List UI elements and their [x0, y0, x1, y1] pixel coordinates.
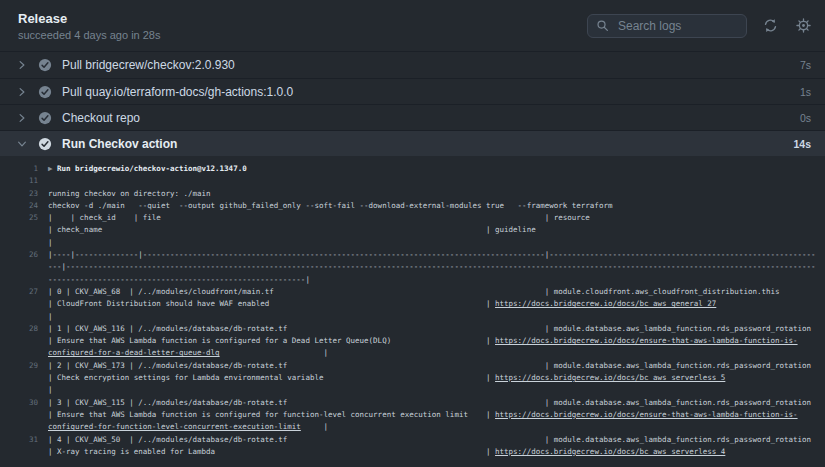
run-header-left: Release succeeded 4 days ago in 28s [18, 11, 161, 41]
log-line: | [0, 237, 825, 249]
line-number[interactable]: 29 [0, 360, 48, 372]
log-text: | check_name [48, 225, 102, 234]
log-settings-button[interactable] [796, 18, 811, 33]
chevron-right-icon[interactable] [16, 59, 34, 71]
line-number[interactable] [0, 409, 48, 421]
chevron-right-icon[interactable] [16, 86, 34, 98]
log-line: 1 ▶ Run bridgecrewio/checkov-action@v12.… [0, 163, 825, 175]
line-number[interactable]: 24 [0, 200, 48, 212]
log-line: | [0, 311, 825, 323]
log-link[interactable]: https://docs.bridgecrew.io/docs/ensure-t… [495, 410, 798, 419]
log-text: | [323, 422, 328, 431]
line-number[interactable] [0, 224, 48, 236]
log-text: | CloudFront Distribution should have WA… [48, 299, 269, 308]
log-link[interactable]: configured-for-a-dead-letter-queue-dlq [48, 348, 220, 357]
workflow-log-page: { "colors": { "page_bg": "#24292f", "exp… [0, 0, 825, 467]
log-text: |----|--------------| [48, 250, 143, 259]
log-line-content: configured-for-function-level-concurrent… [48, 421, 825, 433]
log-line: 25 | | check_id | file | resource [0, 212, 825, 224]
step-row[interactable]: Pull bridgecrew/checkov:2.0.930 7s [0, 52, 825, 78]
run-status-summary: succeeded 4 days ago in 28s [18, 29, 161, 41]
chevron-down-icon[interactable] [16, 138, 34, 150]
line-number[interactable]: 11 [0, 175, 48, 187]
line-number[interactable] [0, 274, 48, 286]
log-line-content: | CloudFront Distribution should have WA… [48, 298, 825, 310]
refresh-logs-button[interactable] [763, 18, 778, 33]
log-line-content: | Check encryption settings for Lambda e… [48, 372, 825, 384]
line-number[interactable]: 28 [0, 323, 48, 335]
log-line-content: | 3 | CKV_AWS_115 | /../modules/database… [48, 397, 825, 409]
line-number[interactable] [0, 446, 48, 458]
step-row[interactable]: Pull quay.io/terraform-docs/gh-actions:1… [0, 78, 825, 104]
log-text: | [486, 410, 495, 419]
log-text: | 3 | CKV_AWS_115 | /../modules/database… [48, 398, 287, 407]
step-duration: 14s [793, 138, 815, 150]
log-text: | guideline [486, 225, 536, 234]
line-number[interactable]: 25 [0, 212, 48, 224]
line-number[interactable]: 1 [0, 163, 48, 175]
log-line-content: | [48, 237, 825, 249]
line-number[interactable]: 27 [0, 286, 48, 298]
log-text: | [486, 299, 495, 308]
run-header: Release succeeded 4 days ago in 28s [0, 0, 825, 52]
line-number[interactable] [0, 237, 48, 249]
log-text: | [486, 447, 495, 456]
log-line: configured-for-function-level-concurrent… [0, 421, 825, 433]
log-link[interactable]: configured-for-function-level-concurrent… [48, 422, 301, 431]
log-text: | 2 | CKV_AWS_173 | /../modules/database… [48, 361, 287, 370]
step-row[interactable]: Checkout repo 0s [0, 104, 825, 130]
log-line-content: | [48, 311, 825, 323]
check-circle-icon [38, 137, 52, 151]
line-number[interactable] [0, 311, 48, 323]
log-line-content: |----|--------------|-------------------… [48, 249, 825, 261]
log-line: ----------------------------------------… [0, 274, 825, 286]
step-label: Pull quay.io/terraform-docs/gh-actions:1… [62, 85, 293, 99]
log-line-content: | check_name | guideline [48, 224, 825, 236]
log-text: | module.database.aws_lambda_function.rd… [545, 361, 811, 370]
log-line: 27 | 0 | CKV_AWS_68 | /../modules/cloudf… [0, 286, 825, 298]
log-link[interactable]: https://docs.bridgecrew.io/docs/ensure-t… [495, 336, 798, 345]
log-line-content: configured-for-a-dead-letter-queue-dlq | [48, 347, 825, 359]
log-line: | Check encryption settings for Lambda e… [0, 372, 825, 384]
log-line-content: running checkov on directory: ./main [48, 188, 825, 200]
step-label: Run Checkov action [62, 137, 177, 151]
search-input[interactable] [616, 18, 738, 34]
log-text: | module.database.aws_lambda_function.rd… [545, 398, 811, 407]
line-number[interactable]: 23 [0, 188, 48, 200]
step-row[interactable]: Run Checkov action 14s [0, 130, 825, 156]
line-number[interactable] [0, 261, 48, 273]
log-text: | resource [545, 213, 590, 222]
log-text: | 1 | CKV_AWS_116 | /../modules/database… [48, 324, 287, 333]
log-link[interactable]: https://docs.bridgecrew.io/docs/bc_aws_s… [495, 373, 725, 382]
line-number[interactable]: 31 [0, 434, 48, 446]
log-text: | [305, 275, 310, 284]
line-number[interactable] [0, 347, 48, 359]
search-box[interactable] [587, 14, 747, 38]
log-line-content [48, 175, 825, 187]
log-line: 24 checkov -d ./main --quiet --output gi… [0, 200, 825, 212]
log-line: 29 | 2 | CKV_AWS_173 | /../modules/datab… [0, 360, 825, 372]
log-line-content: | [48, 384, 825, 396]
log-line-content: | 4 | CKV_AWS_50 | /../modules/database/… [48, 434, 825, 446]
log-link[interactable]: https://docs.bridgecrew.io/docs/bc_aws_g… [495, 299, 716, 308]
search-icon [596, 19, 609, 32]
log-link[interactable]: https://docs.bridgecrew.io/docs/bc_aws_s… [495, 447, 725, 456]
chevron-right-icon[interactable] [16, 112, 34, 124]
log-line: 11 [0, 175, 825, 187]
sync-icon [763, 18, 778, 33]
log-text: ----------------------------------------… [48, 275, 305, 284]
log-line-content: | Ensure that AWS Lambda function is con… [48, 409, 825, 421]
log-text: | 0 | CKV_AWS_68 | /../modules/cloudfron… [48, 287, 274, 296]
line-number[interactable]: 30 [0, 397, 48, 409]
line-number[interactable] [0, 384, 48, 396]
log-line: 30 | 3 | CKV_AWS_115 | /../modules/datab… [0, 397, 825, 409]
line-number[interactable] [0, 335, 48, 347]
line-number[interactable] [0, 372, 48, 384]
line-number[interactable] [0, 421, 48, 433]
log-text: | [48, 385, 53, 394]
line-number[interactable] [0, 298, 48, 310]
line-number[interactable]: 26 [0, 249, 48, 261]
log-line-content: | Ensure that AWS Lambda function is con… [48, 335, 825, 347]
log-text: running checkov on directory: ./main [48, 189, 211, 198]
step-label: Checkout repo [62, 111, 140, 125]
